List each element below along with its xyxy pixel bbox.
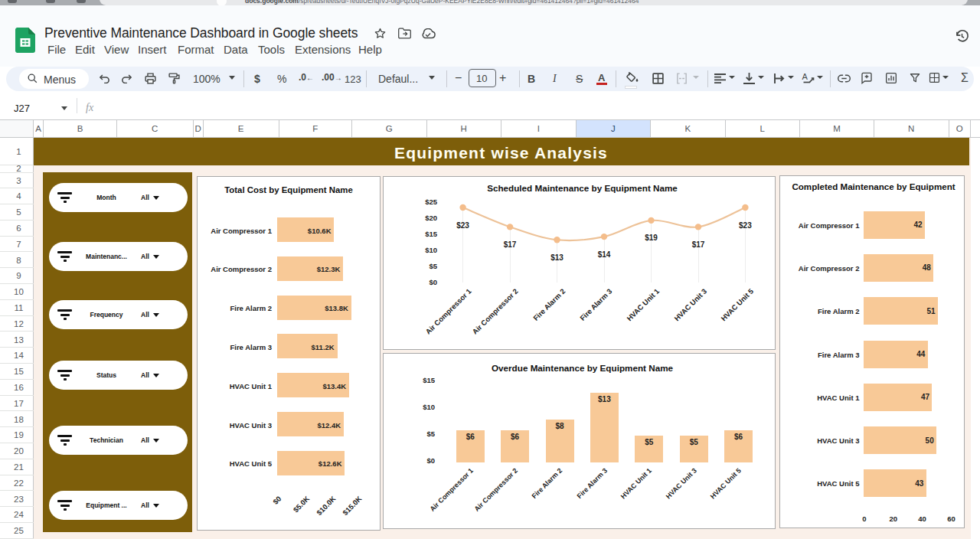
- svg-text:A: A: [802, 72, 808, 81]
